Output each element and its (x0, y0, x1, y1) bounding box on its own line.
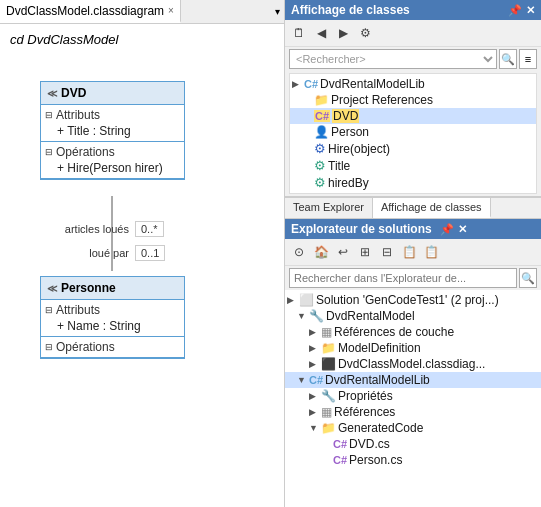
classdiag-expand: ▶ (309, 359, 319, 369)
relation-row-1: articles loués 0..* (40, 221, 280, 237)
explorateur-header: Explorateur de solutions 📌 ✕ (285, 219, 541, 239)
aff-hire-item[interactable]: ⚙ Hire(object) (290, 140, 536, 157)
exp-classdiag[interactable]: ▶ ⬛ DvdClassModel.classdiag... (285, 356, 541, 372)
dvd-ops-label: Opérations (56, 145, 115, 159)
diagram-panel: DvdClassModel.classdiagram × ▾ cd DvdCla… (0, 0, 285, 507)
aff-dvd-item[interactable]: C# DVD (290, 108, 536, 124)
personne-attributes-title[interactable]: ⊟ Attributs (45, 302, 180, 318)
exp-toolbar-btn-5[interactable]: ⊟ (377, 242, 397, 262)
tab-affichage-classes[interactable]: Affichage de classes (373, 198, 491, 218)
personne-class[interactable]: ≪ Personne ⊟ Attributs + Name : String ⊟… (40, 276, 185, 359)
dvd-attr-label: Attributs (56, 108, 100, 122)
dvd-operations-section: ⊟ Opérations + Hire(Person hirer) (41, 142, 184, 179)
tab-team-explorer[interactable]: Team Explorer (285, 198, 373, 218)
exp-dvd-cs-label: DVD.cs (349, 437, 390, 451)
references-icon: ▦ (321, 405, 332, 419)
dvd-attributes-title[interactable]: ⊟ Attributs (45, 107, 180, 123)
personne-operations-title[interactable]: ⊟ Opérations (45, 339, 180, 355)
dvd-operations-title[interactable]: ⊟ Opérations (45, 144, 180, 160)
generated-expand: ▼ (309, 423, 319, 433)
root-icon: C# (304, 78, 318, 90)
model-def-icon: 📁 (321, 341, 336, 355)
generated-icon: 📁 (321, 421, 336, 435)
pin-icon[interactable]: 📌 (508, 4, 522, 17)
refs-couche-expand: ▶ (309, 327, 319, 337)
exp-generated-code[interactable]: ▼ 📁 GeneratedCode (285, 420, 541, 436)
toolbar-btn-forward[interactable]: ▶ (333, 23, 353, 43)
close-affichage-icon[interactable]: ✕ (526, 4, 535, 17)
explorateur-toolbar: ⊙ 🏠 ↩ ⊞ ⊟ 📋 📋 (285, 239, 541, 266)
exp-pin-icon[interactable]: 📌 (440, 223, 454, 236)
affichage-panel: Affichage de classes 📌 ✕ 🗒 ◀ ▶ ⚙ <Recher… (285, 0, 541, 197)
exp-toolbar-btn-3[interactable]: ↩ (333, 242, 353, 262)
aff-title-label: Title (328, 159, 350, 173)
exp-dvdrental-model[interactable]: ▼ 🔧 DvdRentalModel (285, 308, 541, 324)
exp-refs-couche[interactable]: ▶ ▦ Références de couche (285, 324, 541, 340)
dvd-attr-toggle[interactable]: ⊟ (45, 110, 53, 120)
exp-close-icon[interactable]: ✕ (458, 223, 467, 236)
dvd-collapse[interactable]: ≪ (47, 88, 57, 99)
exp-toolbar-btn-7[interactable]: 📋 (421, 242, 441, 262)
dvd-name: DVD (61, 86, 86, 100)
aff-hire-label: Hire(object) (328, 142, 390, 156)
dvd-attributes-section: ⊟ Attributs + Title : String (41, 105, 184, 142)
relation-row-2: loué par 0..1 (40, 245, 280, 261)
explorateur-search-row: 🔍 (285, 266, 541, 290)
exp-dvd-cs[interactable]: C# DVD.cs (285, 436, 541, 452)
root-label: DvdRentalModelLib (320, 77, 425, 91)
exp-toolbar-btn-2[interactable]: 🏠 (311, 242, 331, 262)
tab-dropdown[interactable]: ▾ (271, 6, 284, 17)
explorateur-search-btn[interactable]: 🔍 (519, 268, 537, 288)
model-def-expand: ▶ (309, 343, 319, 353)
tab-label: DvdClassModel.classdiagram (6, 4, 164, 18)
diagram-title: cd DvdClassModel (0, 24, 284, 51)
classdiag-icon: ⬛ (321, 357, 336, 371)
exp-proprietes[interactable]: ▶ 🔧 Propriétés (285, 388, 541, 404)
relation-area: articles loués 0..* loué par 0..1 (40, 221, 280, 269)
affichage-toolbar: 🗒 ◀ ▶ ⚙ (285, 20, 541, 47)
personne-attr-toggle[interactable]: ⊟ (45, 305, 53, 315)
aff-tree-root[interactable]: ▶ C# DvdRentalModelLib (290, 76, 536, 92)
toolbar-btn-new[interactable]: 🗒 (289, 23, 309, 43)
aff-title-item[interactable]: ⚙ Title (290, 157, 536, 174)
dvd-ops-toggle[interactable]: ⊟ (45, 147, 53, 157)
exp-refs-couche-label: Références de couche (334, 325, 454, 339)
personne-attr-label: Attributs (56, 303, 100, 317)
active-tab[interactable]: DvdClassModel.classdiagram × (0, 0, 181, 23)
title-icon: ⚙ (314, 158, 326, 173)
affichage-filter-button[interactable]: ≡ (519, 49, 537, 69)
right-panel: Affichage de classes 📌 ✕ 🗒 ◀ ▶ ⚙ <Recher… (285, 0, 541, 507)
references-expand: ▶ (309, 407, 319, 417)
root-expand-icon: ▶ (292, 79, 302, 89)
personne-attr-item-0: + Name : String (45, 318, 180, 334)
exp-person-cs[interactable]: C# Person.cs (285, 452, 541, 468)
personne-collapse[interactable]: ≪ (47, 283, 57, 294)
exp-model-def[interactable]: ▶ 📁 ModelDefinition (285, 340, 541, 356)
exp-references-label: Références (334, 405, 395, 419)
exp-model-def-label: ModelDefinition (338, 341, 421, 355)
affichage-search-button[interactable]: 🔍 (499, 49, 517, 69)
aff-person-item[interactable]: 👤 Person (290, 124, 536, 140)
exp-references[interactable]: ▶ ▦ Références (285, 404, 541, 420)
aff-hiredby-item[interactable]: ⚙ hiredBy (290, 174, 536, 191)
dvd-class[interactable]: ≪ DVD ⊟ Attributs + Title : String ⊟ Opé… (40, 81, 185, 180)
bottom-tabs: Team Explorer Affichage de classes (285, 197, 541, 219)
aff-project-refs[interactable]: 📁 Project References (290, 92, 536, 108)
exp-solution[interactable]: ▶ ⬜ Solution 'GenCodeTest1' (2 proj...) (285, 292, 541, 308)
explorateur-search-input[interactable] (289, 268, 517, 288)
toolbar-btn-settings[interactable]: ⚙ (355, 23, 375, 43)
affichage-search-select[interactable]: <Rechercher> (289, 49, 497, 69)
exp-toolbar-btn-4[interactable]: ⊞ (355, 242, 375, 262)
dvd-header: ≪ DVD (41, 82, 184, 105)
explorateur-title: Explorateur de solutions (291, 222, 432, 236)
personne-ops-toggle[interactable]: ⊟ (45, 342, 53, 352)
personne-operations-section: ⊟ Opérations (41, 337, 184, 358)
tab-close-icon[interactable]: × (168, 5, 174, 16)
exp-toolbar-btn-6[interactable]: 📋 (399, 242, 419, 262)
exp-generated-label: GeneratedCode (338, 421, 423, 435)
toolbar-btn-back[interactable]: ◀ (311, 23, 331, 43)
exp-toolbar-btn-1[interactable]: ⊙ (289, 242, 309, 262)
exp-dvdrental-lib[interactable]: ▼ C# DvdRentalModelLib (285, 372, 541, 388)
explorateur-tree: ▶ ⬜ Solution 'GenCodeTest1' (2 proj...) … (285, 290, 541, 507)
refs-couche-icon: ▦ (321, 325, 332, 339)
